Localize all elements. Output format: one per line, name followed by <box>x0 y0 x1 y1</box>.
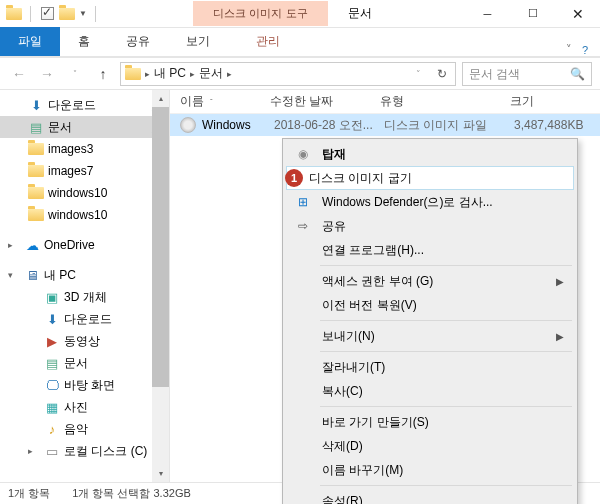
tree-item-thispc[interactable]: ▾🖥내 PC <box>0 264 169 286</box>
tree-label: 음악 <box>64 421 88 438</box>
address-bar[interactable]: ▸ 내 PC ▸ 문서 ▸ ˅ ↻ <box>120 62 456 86</box>
tab-view[interactable]: 보기 <box>168 27 228 56</box>
chevron-right-icon[interactable]: ▸ <box>145 69 150 79</box>
tree-scrollbar[interactable]: ▴ ▾ <box>152 90 169 482</box>
status-item-count: 1개 항목 <box>8 486 50 501</box>
close-button[interactable]: ✕ <box>555 0 600 27</box>
ctx-copy[interactable]: 복사(C) <box>286 379 574 403</box>
column-type[interactable]: 유형 <box>380 93 510 110</box>
onedrive-icon: ☁ <box>24 237 40 253</box>
search-box[interactable]: 🔍 <box>462 62 592 86</box>
tree-item-3dobjects[interactable]: ▣3D 개체 <box>0 286 169 308</box>
help-icon[interactable]: ? <box>582 44 588 56</box>
nav-up-button[interactable]: ↑ <box>92 63 114 85</box>
location-icon <box>125 66 141 82</box>
search-icon[interactable]: 🔍 <box>570 67 585 81</box>
nav-back-button[interactable]: ← <box>8 63 30 85</box>
ctx-mount[interactable]: ◉ 탑재 <box>286 142 574 166</box>
ctx-restore-previous[interactable]: 이전 버전 복원(V) <box>286 293 574 317</box>
ctx-rename[interactable]: 이름 바꾸기(M) <box>286 458 574 482</box>
disc-image-icon <box>180 117 196 133</box>
search-input[interactable] <box>469 67 566 81</box>
defender-icon: ⊞ <box>294 193 312 211</box>
qat-newfolder-icon[interactable] <box>59 6 75 22</box>
spacer <box>294 382 312 400</box>
column-headers: 이름ˆ 수정한 날짜 유형 크기 <box>170 90 600 114</box>
ctx-share[interactable]: ⇨ 공유 <box>286 214 574 238</box>
ctx-delete[interactable]: 삭제(D) <box>286 434 574 458</box>
scroll-down-icon[interactable]: ▾ <box>152 465 169 482</box>
scroll-thumb[interactable] <box>152 107 169 387</box>
minimize-button[interactable]: ─ <box>465 0 510 27</box>
scroll-up-icon[interactable]: ▴ <box>152 90 169 107</box>
ctx-cut[interactable]: 잘라내기(T) <box>286 355 574 379</box>
separator <box>30 6 31 22</box>
tree-item-folder[interactable]: windows10 <box>0 204 169 226</box>
file-row[interactable]: Windows 2018-06-28 오전... 디스크 이미지 파일 3,48… <box>170 114 600 136</box>
tree-item-onedrive[interactable]: ▸☁OneDrive <box>0 234 169 256</box>
desktop-icon: 🖵 <box>44 377 60 393</box>
ctx-open-with[interactable]: 연결 프로그램(H)... <box>286 238 574 262</box>
chevron-down-icon[interactable]: ▾ <box>8 270 20 280</box>
spacer <box>294 461 312 479</box>
tree-item-videos[interactable]: ▶동영상 <box>0 330 169 352</box>
tree-label: 문서 <box>64 355 88 372</box>
tab-manage[interactable]: 관리 <box>228 27 308 56</box>
ctx-burn-disc-image[interactable]: 1 디스크 이미지 굽기 <box>286 166 574 190</box>
chevron-right-icon[interactable]: ▸ <box>190 69 195 79</box>
download-icon: ⬇ <box>44 311 60 327</box>
chevron-right-icon[interactable]: ▸ <box>227 69 232 79</box>
tree-item-downloads[interactable]: ⬇다운로드 <box>0 308 169 330</box>
tree-item-pictures[interactable]: ▦사진 <box>0 396 169 418</box>
ctx-properties[interactable]: 속성(R) <box>286 489 574 504</box>
qat-dropdown-icon[interactable]: ▼ <box>79 9 87 18</box>
tree-item-folder[interactable]: images7 <box>0 160 169 182</box>
pictures-icon: ▦ <box>44 399 60 415</box>
tree-label: 문서 <box>48 119 72 136</box>
tree-label: 바탕 화면 <box>64 377 115 394</box>
qat-properties-icon[interactable] <box>39 6 55 22</box>
window-title: 문서 <box>348 5 372 22</box>
ctx-label: 탑재 <box>322 146 574 163</box>
tree-item-folder[interactable]: images3 <box>0 138 169 160</box>
breadcrumb[interactable]: 문서 <box>199 65 223 82</box>
refresh-icon[interactable]: ↻ <box>433 67 451 81</box>
tree-item-music[interactable]: ♪음악 <box>0 418 169 440</box>
ctx-defender-scan[interactable]: ⊞ Windows Defender(으)로 검사... <box>286 190 574 214</box>
tab-home[interactable]: 홈 <box>60 27 108 56</box>
tree-label: 동영상 <box>64 333 100 350</box>
ctx-label: 이전 버전 복원(V) <box>322 297 574 314</box>
separator <box>320 485 572 486</box>
tree-label: 로컬 디스크 (C) <box>64 443 147 460</box>
nav-recent-icon[interactable]: ˅ <box>64 63 86 85</box>
folder-icon <box>28 185 44 201</box>
ctx-create-shortcut[interactable]: 바로 가기 만들기(S) <box>286 410 574 434</box>
column-size[interactable]: 크기 <box>510 93 600 110</box>
spacer <box>294 413 312 431</box>
documents-icon: ▤ <box>44 355 60 371</box>
spacer <box>294 296 312 314</box>
tree-item-downloads[interactable]: ⬇다운로드📌 <box>0 94 169 116</box>
videos-icon: ▶ <box>44 333 60 349</box>
tree-item-desktop[interactable]: 🖵바탕 화면 <box>0 374 169 396</box>
maximize-button[interactable]: ☐ <box>510 0 555 27</box>
3d-icon: ▣ <box>44 289 60 305</box>
tree-item-documents[interactable]: ▤문서 <box>0 352 169 374</box>
ctx-send-to[interactable]: 보내기(N) ▶ <box>286 324 574 348</box>
chevron-right-icon[interactable]: ▸ <box>28 446 40 456</box>
tab-file[interactable]: 파일 <box>0 27 60 56</box>
ctx-give-access[interactable]: 액세스 권한 부여 (G) ▶ <box>286 269 574 293</box>
column-name[interactable]: 이름ˆ <box>180 93 270 110</box>
chevron-right-icon[interactable]: ▸ <box>8 240 20 250</box>
tree-item-localdisk[interactable]: ▸▭로컬 디스크 (C) <box>0 440 169 462</box>
tree-label: images7 <box>48 164 93 178</box>
address-dropdown-icon[interactable]: ˅ <box>407 63 429 85</box>
tab-share[interactable]: 공유 <box>108 27 168 56</box>
ribbon-expand-icon[interactable]: ˅ <box>566 43 572 56</box>
column-date[interactable]: 수정한 날짜 <box>270 93 380 110</box>
breadcrumb[interactable]: 내 PC <box>154 65 186 82</box>
ctx-label: 이름 바꾸기(M) <box>322 462 574 479</box>
annotation-marker: 1 <box>285 169 303 187</box>
tree-item-folder[interactable]: windows10 <box>0 182 169 204</box>
tree-item-documents[interactable]: ▤문서📌 <box>0 116 169 138</box>
